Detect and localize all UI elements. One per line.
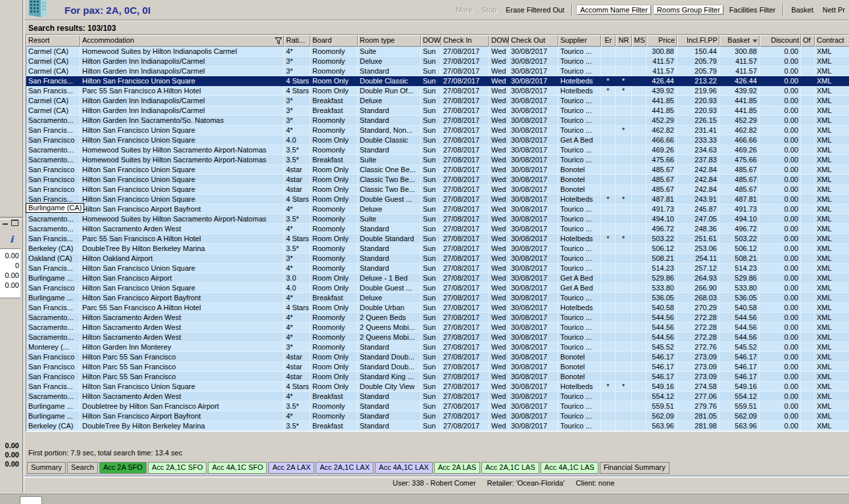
table-row[interactable]: Carmel (CA)Hilton Garden Inn Indianapoli… (26, 66, 849, 76)
column-header-discount[interactable]: Discount (760, 35, 801, 47)
column-header-accommodation[interactable]: Accommodation (80, 35, 284, 47)
cell-dow_out: Wed (489, 352, 509, 362)
table-row[interactable]: Burlingame ...Hilton San Francisco Airpo… (26, 273, 849, 283)
table-row[interactable]: San FranciscoHilton San Francisco Union … (26, 135, 849, 145)
resort-tooltip: Burlingame (CA) (26, 203, 84, 213)
column-header-supplier[interactable]: Supplier (558, 35, 601, 47)
cell-board: Room Only (310, 165, 358, 175)
column-header-basket[interactable]: Basket (719, 35, 760, 47)
cell-of (801, 392, 815, 401)
tab-acc-2a-sfo[interactable]: Acc 2A SFO (99, 462, 147, 474)
tab-acc-4a-1c-las[interactable]: Acc 4A,1C LAS (541, 462, 598, 474)
toolbar-button-rooms-group-filter[interactable]: Rooms Group Filter (653, 5, 724, 15)
table-row[interactable]: Oakland (CA)Hilton Oakland Airport3*Room… (26, 254, 849, 263)
tab-summary[interactable]: Summary (27, 462, 66, 474)
column-header-incl_fl_pp[interactable]: Incl.Fl.PP (677, 35, 719, 47)
cell-er (601, 392, 616, 401)
column-header-dow_out[interactable]: DOW (489, 35, 509, 47)
table-row[interactable]: San Francis...Parc 55 San Francisco A Hi… (26, 86, 849, 96)
table-row[interactable]: San Francis...Hilton San Francisco Union… (26, 263, 849, 273)
cell-rating: 4* (284, 263, 310, 273)
table-row[interactable]: Carmel (CA)Hilton Garden Inn Indianapoli… (26, 106, 849, 116)
cell-rating: 3* (284, 66, 310, 76)
tab-acc-4a-1c-sfo[interactable]: Acc 4A,1C SFO (208, 462, 267, 474)
table-row[interactable]: Burlingame ...Hilton San Francisco Airpo… (26, 293, 849, 303)
cell-rating: 4star (284, 165, 310, 175)
column-header-nr[interactable]: NR (616, 35, 632, 47)
column-header-price[interactable]: Price (646, 35, 677, 47)
cell-incl_fl_pp: 273.09 (677, 352, 719, 362)
cell-dow_out: Wed (489, 421, 509, 431)
tab-acc-2a-1c-sfo[interactable]: Acc 2A,1C SFO (148, 462, 207, 474)
table-row[interactable]: Sacramento...Homewood Suites by Hilton S… (26, 214, 849, 224)
table-row[interactable]: Sacramento...Hilton Sacramento Arden Wes… (26, 313, 849, 323)
tab-acc-2a-lax[interactable]: Acc 2A LAX (268, 462, 314, 474)
column-header-er[interactable]: Er (601, 35, 616, 47)
table-row[interactable]: Burlingame ...Hilton San Francisco Airpo… (26, 204, 849, 214)
table-row[interactable]: Berkeley (CA)DoubleTree By Hilton Berkel… (26, 421, 849, 431)
table-row[interactable]: Sacramento...Hilton Sacramento Arden Wes… (26, 392, 849, 401)
table-row[interactable]: Carmel (CA)Hilton Garden Inn Indianapoli… (26, 96, 849, 106)
restore-icon[interactable] (11, 219, 18, 226)
table-row[interactable]: San FranciscoHilton Parc 55 San Francisc… (26, 352, 849, 362)
table-row[interactable]: San Francis...Hilton San Francisco Union… (26, 126, 849, 135)
table-row[interactable]: Sacramento...Hilton Sacramento Arden Wes… (26, 323, 849, 332)
cell-check_in: 27/08/2017 (441, 155, 489, 165)
column-header-of[interactable]: Of (801, 35, 815, 47)
table-row[interactable]: San Francis...Parc 55 San Francisco A Hi… (26, 303, 849, 313)
table-row[interactable]: San FranciscoHilton San Francisco Union … (26, 165, 849, 175)
table-row[interactable]: San FranciscoHilton Parc 55 San Francisc… (26, 362, 849, 372)
tab-financial-summary[interactable]: Financial Summary (600, 462, 669, 474)
toolbar-button-erase-filtered-out[interactable]: Erase Filtered Out (502, 5, 568, 15)
toolbar-button-basket[interactable]: Basket (787, 5, 817, 15)
table-row[interactable]: Burlingame ...Hilton San Francisco Airpo… (26, 411, 849, 421)
table-row[interactable]: Burlingame ...Doubletree by Hilton San F… (26, 401, 849, 411)
table-row[interactable]: Sacramento...Hilton Garden Inn Sacrament… (26, 116, 849, 126)
tab-acc-2a-las[interactable]: Acc 2A LAS (434, 462, 480, 474)
column-header-ms[interactable]: MS (632, 35, 646, 47)
cell-of (801, 145, 815, 155)
cell-rating: 3.5* (284, 421, 310, 431)
toolbar-button-facilities-filter[interactable]: Facilities Filter (725, 5, 779, 15)
tab-acc-4a-1c-lax[interactable]: Acc 4A,1C LAX (375, 462, 433, 474)
column-header-check_out[interactable]: Check Out (509, 35, 558, 47)
table-row[interactable]: San Francis...Hilton San Francisco Union… (26, 195, 849, 204)
table-row[interactable]: Carmel (CA)Hilton Garden Inn Indianapoli… (26, 57, 849, 66)
tab-acc-2a-1c-lax[interactable]: Acc 2A,1C LAX (316, 462, 374, 474)
cell-contract: XML (815, 392, 849, 401)
table-row[interactable]: Sacramento...Hilton Sacramento Arden Wes… (26, 224, 849, 234)
cell-supplier: Bonotel (558, 175, 601, 185)
table-row[interactable]: Sacramento...Hilton Sacramento Arden Wes… (26, 332, 849, 342)
cell-basket: 485.67 (719, 175, 760, 185)
table-row[interactable]: Monterey (...Hilton Garden Inn Monterey3… (26, 342, 849, 352)
table-row[interactable]: San FranciscoHilton Parc 55 San Francisc… (26, 372, 849, 382)
cell-contract: XML (815, 86, 849, 96)
cell-incl_fl_pp: 272.28 (677, 332, 719, 342)
column-header-board[interactable]: Board (310, 35, 358, 47)
toolbar-button-accomm-name-filter[interactable]: Accomm Name Filter (576, 5, 652, 15)
column-header-check_in[interactable]: Check In (441, 35, 489, 47)
cell-nr (616, 401, 632, 411)
tab-acc-2a-1c-las[interactable]: Acc 2A,1C LAS (481, 462, 539, 474)
table-row[interactable]: San FranciscoHilton San Francisco Union … (26, 175, 849, 185)
table-row[interactable]: Berkeley (CA)DoubleTree By Hilton Berkel… (26, 244, 849, 254)
bottom-mini-field[interactable] (20, 496, 42, 504)
table-row-selected[interactable]: San Francis...Hilton San Francisco Union… (26, 76, 849, 86)
column-header-dow_in[interactable]: DOW (421, 35, 441, 47)
column-header-resort[interactable]: Resort (26, 35, 80, 47)
table-row[interactable]: Sacramento...Homewood Suites by Hilton S… (26, 155, 849, 165)
column-header-room_type[interactable]: Room type (358, 35, 421, 47)
toolbar-button-nett-pr[interactable]: Nett Pr (819, 5, 849, 15)
filter-funnel-icon[interactable] (275, 37, 282, 47)
column-header-contract[interactable]: Contract (815, 35, 849, 47)
cell-dow_out: Wed (489, 214, 509, 224)
table-row[interactable]: Sacramento...Homewood Suites by Hilton S… (26, 145, 849, 155)
table-row[interactable]: San FranciscoHilton San Francisco Union … (26, 185, 849, 195)
table-row[interactable]: Carmel (CA)Homewood Suites by Hilton Ind… (26, 47, 849, 57)
column-header-rating[interactable]: Rati... (284, 35, 310, 47)
tab-search[interactable]: Search (67, 462, 98, 474)
table-row[interactable]: San Francis...Parc 55 San Francisco A Hi… (26, 234, 849, 244)
minimize-icon[interactable] (3, 223, 8, 225)
table-row[interactable]: San FranciscoHilton San Francisco Union … (26, 283, 849, 293)
table-row[interactable]: San Francis...Hilton San Francisco Union… (26, 382, 849, 392)
